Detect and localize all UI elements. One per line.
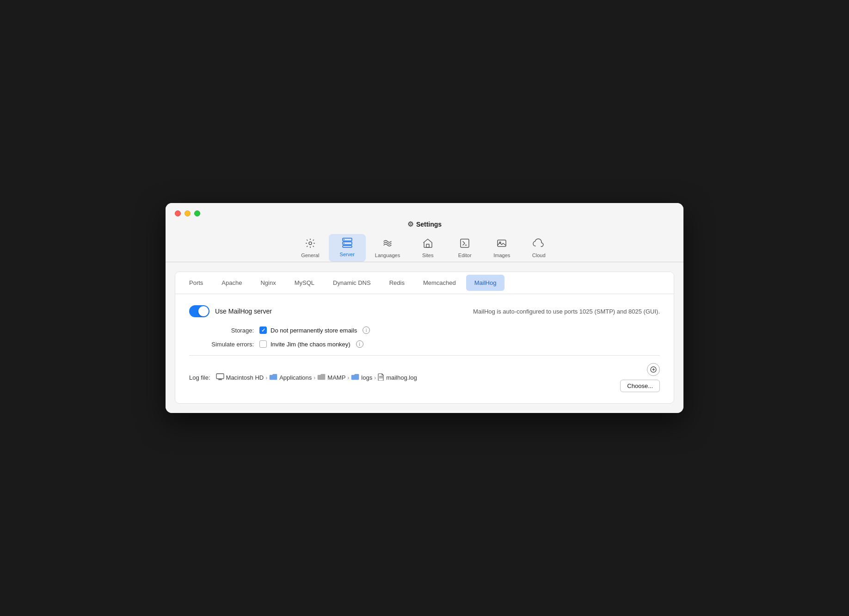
tab-mysql[interactable]: MySQL [286, 275, 323, 291]
settings-window: ⚙ Settings General [166, 203, 683, 413]
simulate-checkbox[interactable] [259, 340, 267, 348]
fullscreen-button[interactable] [194, 210, 200, 216]
storage-label: Storage: [189, 327, 254, 334]
bc-sep-3: › [347, 375, 349, 381]
cloud-label: Cloud [532, 253, 546, 258]
storage-row: Storage: Do not permanently store emails… [189, 326, 660, 334]
svg-rect-5 [343, 246, 352, 247]
bc-mailhog-log: mailhog.log [378, 373, 417, 382]
file-icon [378, 373, 384, 382]
bc-applications: Applications [269, 374, 312, 382]
breadcrumb: Macintosh HD › Applications [216, 373, 417, 382]
simulate-checkbox-text: Invite Jim (the chaos monkey) [271, 341, 351, 348]
editor-label: Editor [458, 253, 472, 258]
bc-sep-2: › [314, 375, 315, 381]
close-button[interactable] [175, 210, 181, 216]
auto-config-text: MailHog is auto-configured to use ports … [473, 308, 660, 315]
toolbar-server[interactable]: Server [329, 234, 366, 262]
toolbar: General Server [292, 234, 557, 262]
folder-applications-icon [269, 374, 277, 382]
sites-icon [422, 238, 433, 251]
tab-dynamic-dns[interactable]: Dynamic DNS [325, 275, 379, 291]
images-icon [496, 238, 507, 251]
storage-checkbox-text: Do not permanently store emails [271, 327, 357, 334]
simulate-info-icon[interactable]: i [356, 340, 363, 348]
mailhog-toggle[interactable] [189, 305, 209, 317]
svg-point-0 [309, 242, 312, 245]
content-area: Ports Apache Nginx MySQL Dynamic DNS Red… [166, 262, 683, 413]
logfile-right: Choose... [620, 363, 660, 392]
simulate-checkbox-row: Invite Jim (the chaos monkey) i [259, 340, 363, 348]
form-section: Storage: Do not permanently store emails… [189, 326, 660, 348]
editor-icon [459, 238, 470, 251]
folder-mamp-icon [317, 374, 326, 382]
storage-checkbox[interactable] [259, 326, 267, 334]
svg-rect-10 [216, 374, 224, 379]
languages-icon [382, 238, 393, 251]
folder-logs-icon [351, 374, 359, 382]
images-label: Images [493, 253, 510, 258]
sub-tabs: Ports Apache Nginx MySQL Dynamic DNS Red… [175, 272, 674, 294]
computer-icon [216, 373, 224, 382]
sites-label: Sites [422, 253, 433, 258]
toolbar-images[interactable]: Images [483, 234, 520, 262]
logfile-row: Log file: Macintosh HD [189, 363, 660, 392]
tab-redis[interactable]: Redis [381, 275, 413, 291]
titlebar: ⚙ Settings General [166, 203, 683, 262]
choose-button[interactable]: Choose... [620, 380, 660, 392]
tab-mailhog[interactable]: MailHog [466, 275, 505, 291]
bc-logs-text: logs [361, 374, 372, 381]
navigate-logfile-button[interactable] [647, 363, 660, 376]
mailhog-header: Use MailHog server MailHog is auto-confi… [189, 305, 660, 317]
toolbar-general[interactable]: General [292, 234, 329, 262]
bc-logs: logs [351, 374, 372, 382]
minimize-button[interactable] [185, 210, 191, 216]
storage-info-icon[interactable]: i [363, 326, 370, 334]
simulate-label: Simulate errors: [189, 341, 254, 348]
tab-memcached[interactable]: Memcached [415, 275, 464, 291]
server-label: Server [340, 252, 355, 257]
svg-rect-8 [498, 240, 506, 246]
toolbar-sites[interactable]: Sites [409, 234, 446, 262]
simulate-row: Simulate errors: Invite Jim (the chaos m… [189, 340, 660, 348]
tab-apache[interactable]: Apache [213, 275, 250, 291]
tab-nginx[interactable]: Nginx [252, 275, 284, 291]
settings-gear-icon: ⚙ [407, 220, 413, 228]
general-icon [305, 238, 316, 251]
bc-macintosh-text: Macintosh HD [226, 374, 264, 381]
use-mailhog-row: Use MailHog server [189, 305, 272, 317]
logfile-label: Log file: [189, 374, 210, 381]
toolbar-languages[interactable]: Languages [366, 234, 409, 262]
bc-sep-1: › [265, 375, 267, 381]
bc-mailhog-log-text: mailhog.log [386, 374, 417, 381]
mailhog-body: Use MailHog server MailHog is auto-confi… [175, 294, 674, 403]
mailhog-toggle-label: Use MailHog server [215, 308, 272, 315]
server-icon [342, 238, 353, 250]
bc-mamp: MAMP [317, 374, 345, 382]
logfile-left: Log file: Macintosh HD [189, 373, 417, 382]
storage-checkbox-row: Do not permanently store emails i [259, 326, 370, 334]
svg-rect-6 [426, 244, 429, 247]
traffic-lights [175, 210, 200, 216]
toolbar-editor[interactable]: Editor [446, 234, 483, 262]
settings-card: Ports Apache Nginx MySQL Dynamic DNS Red… [175, 271, 674, 404]
bc-sep-4: › [374, 375, 376, 381]
general-label: General [301, 253, 319, 258]
bc-applications-text: Applications [279, 374, 312, 381]
toolbar-cloud[interactable]: Cloud [520, 234, 557, 262]
tab-ports[interactable]: Ports [181, 275, 211, 291]
cloud-icon [532, 238, 545, 251]
languages-label: Languages [375, 253, 400, 258]
bc-mamp-text: MAMP [327, 374, 345, 381]
bc-macintosh-hd: Macintosh HD [216, 373, 264, 382]
window-title: ⚙ Settings [407, 220, 442, 228]
window-title-text: Settings [416, 221, 442, 228]
separator [189, 355, 660, 356]
